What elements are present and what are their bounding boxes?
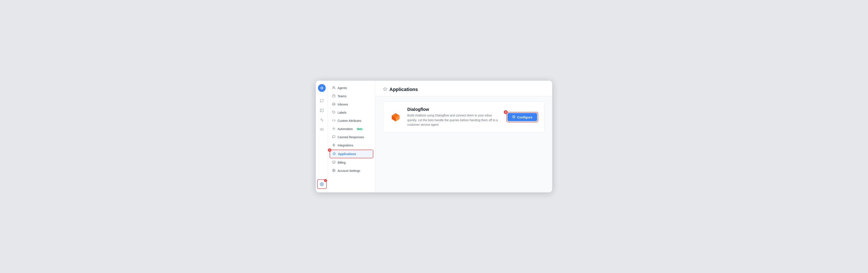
canned-responses-icon <box>332 135 335 139</box>
icon-sidebar: 1 <box>316 81 328 192</box>
applications-badge-num: 2 <box>328 148 331 152</box>
labels-icon <box>332 111 335 114</box>
campaigns-nav-icon[interactable] <box>318 126 326 133</box>
page-header: Applications <box>375 81 552 97</box>
svg-rect-13 <box>332 161 335 163</box>
app-window: 1 Agents Teams Inboxes Labels <box>316 80 552 193</box>
sidebar-item-custom-attributes[interactable]: Custom Attributes <box>328 117 375 125</box>
app-desc-dialogflow: Build chatbots using Dialogflow and conn… <box>407 113 501 127</box>
app-name-dialogflow: Dialogflow <box>407 107 501 112</box>
svg-rect-3 <box>320 109 323 112</box>
applications-nav-wrapper: 2 Applications <box>330 149 373 158</box>
automation-beta-badge: Beta <box>356 128 364 131</box>
billing-icon <box>332 161 335 165</box>
teams-icon <box>332 94 335 98</box>
sidebar-item-billing[interactable]: Billing <box>328 159 375 166</box>
settings-badge: 1 <box>324 179 327 182</box>
configure-red-box: 3 Configure <box>506 112 538 122</box>
sidebar-item-labels-label: Labels <box>338 111 346 114</box>
svg-marker-12 <box>333 152 336 155</box>
svg-rect-8 <box>332 95 335 97</box>
page-title: Applications <box>390 87 418 92</box>
svg-point-22 <box>514 116 514 117</box>
sidebar-item-applications-label: Applications <box>338 152 356 156</box>
reports-nav-icon[interactable] <box>318 116 326 124</box>
sidebar-item-canned-responses[interactable]: Canned Responses <box>328 133 375 141</box>
svg-point-16 <box>334 170 334 171</box>
integrations-icon <box>332 143 335 147</box>
agents-icon <box>332 86 335 90</box>
nav-sidebar: Agents Teams Inboxes Labels Custom Attri… <box>328 81 375 192</box>
sidebar-item-agents-label: Agents <box>338 86 347 90</box>
inboxes-icon <box>332 103 335 106</box>
sidebar-item-canned-responses-label: Canned Responses <box>338 135 364 139</box>
app-card-dialogflow: Dialogflow Build chatbots using Dialogfl… <box>383 102 545 133</box>
page-header-icon <box>383 87 387 92</box>
sidebar-item-account-settings[interactable]: Account Settings <box>328 167 375 175</box>
sidebar-item-billing-label: Billing <box>338 161 345 164</box>
applications-icon <box>333 152 336 156</box>
sidebar-item-applications[interactable]: 2 Applications <box>330 150 373 158</box>
configure-btn-wrapper: 3 Configure <box>506 112 538 122</box>
sidebar-item-teams[interactable]: Teams <box>328 92 375 100</box>
configure-gear-icon <box>512 115 515 119</box>
app-logo[interactable] <box>318 84 326 92</box>
conversations-nav-icon[interactable] <box>318 97 326 105</box>
settings-sidebar-button[interactable]: 1 <box>317 180 327 189</box>
sidebar-item-inboxes[interactable]: Inboxes <box>328 101 375 108</box>
svg-marker-5 <box>320 128 321 131</box>
sidebar-item-integrations-label: Integrations <box>338 144 353 147</box>
account-settings-icon <box>332 169 335 173</box>
sidebar-item-custom-attributes-label: Custom Attributes <box>338 119 362 122</box>
svg-point-2 <box>321 87 322 89</box>
svg-marker-17 <box>383 87 387 90</box>
configure-button[interactable]: Configure <box>507 113 537 121</box>
svg-point-7 <box>333 86 334 87</box>
app-info-dialogflow: Dialogflow Build chatbots using Dialogfl… <box>407 107 501 127</box>
dialogflow-logo <box>389 111 402 124</box>
svg-point-6 <box>321 184 322 185</box>
automation-icon <box>332 127 335 131</box>
apps-list: Dialogflow Build chatbots using Dialogfl… <box>375 97 552 138</box>
sidebar-item-agents[interactable]: Agents <box>328 84 375 92</box>
custom-attributes-icon <box>332 119 335 123</box>
configure-badge-num: 3 <box>504 110 507 114</box>
sidebar-item-automation[interactable]: Automation Beta <box>328 125 375 133</box>
sidebar-item-labels[interactable]: Labels <box>328 109 375 116</box>
sidebar-item-automation-label: Automation <box>338 127 353 131</box>
svg-marker-11 <box>333 144 335 146</box>
sidebar-item-teams-label: Teams <box>338 94 346 98</box>
configure-button-label: Configure <box>517 115 532 119</box>
main-content: Applications Dialogflow Build chatbots <box>375 81 552 192</box>
sidebar-item-inboxes-label: Inboxes <box>338 103 348 106</box>
contacts-nav-icon[interactable] <box>318 107 326 114</box>
svg-point-10 <box>334 128 334 129</box>
sidebar-item-integrations[interactable]: Integrations <box>328 141 375 149</box>
sidebar-item-account-settings-label: Account Settings <box>338 169 360 172</box>
